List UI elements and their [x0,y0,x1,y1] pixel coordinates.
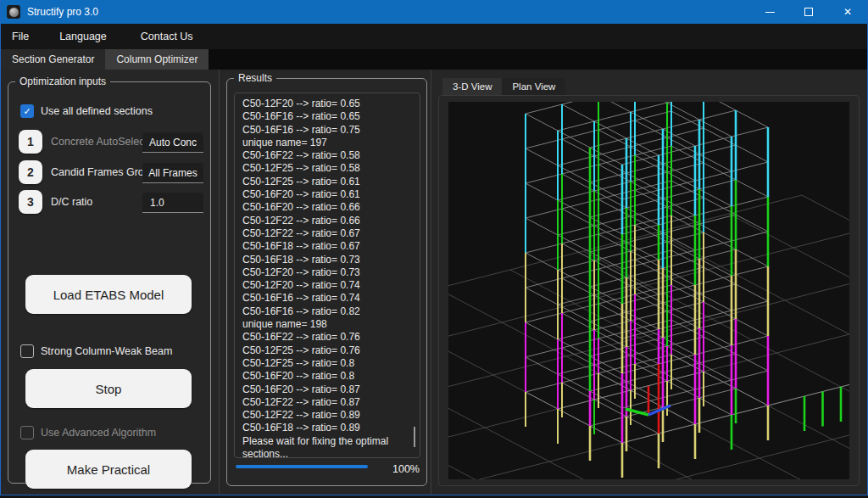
progress-fill [236,465,368,468]
window-title: Structify pro 3.0 [27,6,98,18]
structure-3d-viewport[interactable] [448,102,849,479]
menu-file[interactable]: File [1,24,47,49]
minimize-button[interactable] [750,0,789,24]
close-icon: ✕ [843,6,852,18]
view-panel [438,95,860,486]
results-title: Results [234,72,276,84]
tab-column-optimizer[interactable]: Column Optimizer [105,49,209,70]
checkbox-disabled-icon [20,426,34,439]
result-line: C50-16F16 --> ratio= 0.75 [235,124,420,137]
progress-percent: 100% [392,463,420,475]
result-line: C50-12F25 --> ratio= 0.58 [235,162,420,175]
main-tabstrip: Section Generator Column Optimizer [1,49,867,70]
result-line: C50-12F22 --> ratio= 0.87 [235,396,420,409]
step-1-label: Concrete AutoSelect [51,136,147,148]
result-line: C50-16F18 --> ratio= 0.67 [235,240,420,253]
content-area: Optimization inputs ✓ Use all defined se… [1,70,867,495]
result-line: C50-16F20 --> ratio= 0.66 [235,201,420,214]
tab-section-generator[interactable]: Section Generator [1,49,105,70]
results-listbox[interactable]: C50-12F20 --> ratio= 0.65C50-16F16 --> r… [234,92,420,458]
results-message: Please wait for fixing the optimal secti… [235,435,409,458]
result-line: C50-16F20 --> ratio= 0.8 [235,370,420,383]
panel-divider-left [219,70,220,495]
strong-column-checkbox[interactable]: Strong Column-Weak Beam [20,344,172,358]
step-3-badge: 3 [19,190,42,214]
minimize-icon [765,12,775,13]
result-line: C50-12F25 --> ratio= 0.61 [235,176,420,188]
maximize-icon [804,8,813,16]
advanced-algorithm-label: Use Advanced Algorithm [41,427,156,439]
use-all-sections-checkbox[interactable]: ✓ Use all defined sections [20,104,153,118]
concrete-autoselect-combo[interactable]: Auto Conc [142,132,203,153]
step-1-badge: 1 [19,130,42,154]
tab-3d-view[interactable]: 3-D View [442,78,502,95]
step-2-badge: 2 [19,160,42,184]
menu-bar: File Language Contact Us [1,24,867,49]
result-line: C50-12F20 --> ratio= 0.74 [235,279,420,292]
load-etabs-model-button[interactable]: Load ETABS Model [25,275,192,314]
view-tabstrip: 3-D View Plan View [442,78,565,95]
result-line: C50-12F22 --> ratio= 0.67 [235,227,420,240]
result-line: C50-16F18 --> ratio= 0.73 [235,254,420,266]
menu-contact-us[interactable]: Contact Us [129,24,205,49]
stop-button[interactable]: Stop [25,369,192,408]
result-line: C50-12F22 --> ratio= 0.89 [235,409,420,422]
result-line: C50-16F18 --> ratio= 0.89 [235,422,420,434]
panel-divider-right [431,70,431,495]
result-line: C50-16F22 --> ratio= 0.58 [235,149,420,162]
results-group: Results C50-12F20 --> ratio= 0.65C50-16F… [226,78,427,486]
progress-bar [236,465,419,468]
step-2-label: Candid Frames Group [51,166,156,178]
result-line: C50-12F25 --> ratio= 0.8 [235,357,420,370]
result-line: C50-12F25 --> ratio= 0.76 [235,344,420,357]
results-lines: C50-12F20 --> ratio= 0.65C50-16F16 --> r… [235,98,420,435]
checkbox-checked-icon: ✓ [20,104,34,118]
maximize-button[interactable] [789,0,828,24]
result-line: unique name= 197 [235,137,420,149]
result-line: C50-16F20 --> ratio= 0.61 [235,188,420,201]
use-all-sections-label: Use all defined sections [41,105,153,117]
result-line: C50-16F16 --> ratio= 0.65 [235,110,420,123]
check-icon: ✓ [23,106,31,117]
checkbox-unchecked-icon [20,344,34,358]
advanced-algorithm-checkbox[interactable]: Use Advanced Algorithm [20,426,156,439]
result-line: C50-16F16 --> ratio= 0.82 [235,305,420,318]
title-bar[interactable]: Structify pro 3.0 ✕ [1,0,867,24]
result-line: C50-16F20 --> ratio= 0.87 [235,383,420,396]
dc-ratio-input[interactable]: 1.0 [142,193,203,213]
step-3-label: D/C ratio [51,196,92,208]
result-line: C50-12F22 --> ratio= 0.66 [235,215,420,227]
strong-column-label: Strong Column-Weak Beam [41,345,172,357]
close-button[interactable]: ✕ [828,0,867,24]
result-line: C50-16F16 --> ratio= 0.74 [235,292,420,305]
result-line: C50-12F20 --> ratio= 0.65 [235,98,420,110]
make-practical-button[interactable]: Make Practical [25,450,192,489]
result-line: C50-16F22 --> ratio= 0.76 [235,331,420,344]
results-scrollbar-thumb[interactable] [414,427,415,447]
app-icon [7,5,20,19]
tab-plan-view[interactable]: Plan View [502,78,565,95]
app-window: Structify pro 3.0 ✕ File Language Contac… [0,0,868,495]
result-line: C50-12F20 --> ratio= 0.73 [235,266,420,279]
result-line: unique name= 198 [235,318,420,331]
candid-frames-combo[interactable]: All Frames [142,163,203,183]
menu-language[interactable]: Language [47,24,129,49]
optimization-inputs-group: Optimization inputs ✓ Use all defined se… [8,81,211,484]
optimization-inputs-title: Optimization inputs [15,76,110,87]
